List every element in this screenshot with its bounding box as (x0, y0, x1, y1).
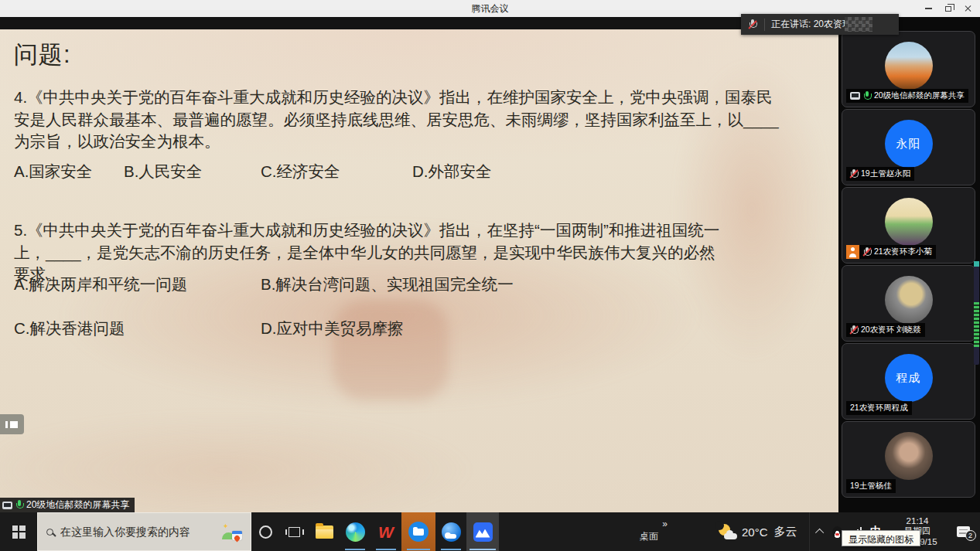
participant-tile[interactable]: 20级地信郝燚的屏幕共享 (842, 31, 975, 107)
taskbar-app-active[interactable] (466, 512, 499, 551)
divider (764, 19, 765, 31)
screen-share-icon (2, 502, 12, 509)
start-button[interactable] (0, 512, 37, 551)
avatar: 程成 (885, 354, 933, 402)
speaking-indicator-banner: 正在讲话: 20农资环李朴; (741, 14, 899, 35)
taskbar-app-edge[interactable] (340, 512, 370, 551)
task-view-icon (289, 527, 300, 537)
running-indicator (441, 549, 461, 550)
notification-badge: 2 (965, 530, 976, 541)
cortana-button[interactable] (251, 512, 280, 551)
windows-start-icon (12, 525, 26, 539)
share-source-label: 20级地信郝燚的屏幕共享 (26, 498, 129, 512)
participant-name: 21农资环周程成 (850, 403, 908, 413)
taskbar-app-q-browser[interactable] (435, 512, 466, 551)
close-button[interactable] (958, 0, 978, 17)
option-d: D.外部安全 (412, 161, 492, 182)
taskbar-app-wps[interactable]: W (370, 512, 401, 551)
option-d: D.应对中美贸易摩擦 (261, 318, 514, 339)
participant-tile[interactable]: 程成 21农资环周程成 (842, 343, 975, 420)
sidebar-scrollbar[interactable] (974, 261, 979, 365)
search-input[interactable] (60, 525, 215, 538)
question-4-text: 4.《中共中央关于党的百年奋斗重大成就和历史经验的决议》指出，在维护国家安全上，… (14, 87, 781, 153)
mountain-app-icon (473, 522, 493, 542)
slide-heading: 问题: (14, 39, 71, 71)
q-browser-icon (442, 522, 461, 542)
mic-muted-icon (850, 169, 858, 179)
action-center-button[interactable]: 2 (946, 512, 980, 551)
clock-time: 21:14 (907, 516, 929, 527)
taskbar-app-attention[interactable] (401, 512, 435, 551)
desktop-label: 桌面 (640, 530, 658, 543)
option-c: C.经济安全 (261, 161, 412, 182)
question-4-options: A.国家安全 B.人民安全 C.经济安全 D.外部安全 (14, 161, 492, 182)
maximize-icon (945, 6, 951, 12)
windows-taskbar: ✦ W » 桌面 20°C 多云 (0, 512, 980, 551)
close-icon (965, 5, 972, 12)
weather-condition: 多云 (773, 525, 797, 539)
participant-tile[interactable]: 19土管杨佳 (842, 421, 975, 498)
weather-temperature: 20°C (742, 525, 768, 539)
person-badge-icon (846, 245, 859, 259)
participant-tile[interactable]: 21农资环李小菊 (842, 187, 975, 264)
wps-icon: W (378, 524, 394, 540)
blurred-name-patch (845, 17, 872, 32)
option-a: A.解决两岸和平统一问题 (14, 274, 261, 295)
avatar (885, 198, 933, 246)
minimize-icon (925, 8, 932, 9)
mic-muted-icon (749, 19, 756, 29)
taskbar-weather[interactable]: 20°C 多云 (703, 512, 810, 551)
file-explorer-icon (316, 525, 333, 539)
blue-folder-app-icon (408, 522, 429, 542)
shared-slide: 问题: 4.《中共中央关于党的百年奋斗重大成就和历史经验的决议》指出，在维护国家… (0, 29, 838, 512)
participant-name: 21农资环李小菊 (874, 247, 932, 257)
cortana-icon (259, 525, 272, 539)
restore-button[interactable] (938, 0, 958, 17)
tray-tooltip: 显示隐藏的图标 (842, 530, 920, 546)
taskbar-search[interactable]: ✦ (37, 512, 251, 551)
option-a: A.国家安全 (14, 161, 124, 182)
annotation-list-icon (5, 421, 24, 428)
participant-name: 19土管赵永阳 (861, 168, 910, 179)
screen-share-area: 问题: 4.《中共中央关于党的百年奋斗重大成就和历史经验的决议》指出，在维护国家… (0, 17, 838, 512)
question-5-options: A.解决两岸和平统一问题 B.解决台湾问题、实现祖国完全统一 C.解决香港问题 … (14, 274, 514, 339)
annotation-toolbar-toggle[interactable] (0, 414, 24, 434)
action-center-icon: 2 (957, 526, 970, 537)
task-view-button[interactable] (280, 512, 309, 551)
option-b: B.人民安全 (124, 161, 261, 182)
search-highlights-icon[interactable]: ✦ (222, 523, 242, 540)
participant-name: 20级地信郝燚的屏幕共享 (874, 90, 965, 101)
avatar: 永阳 (885, 120, 933, 168)
option-b: B.解决台湾问题、实现祖国完全统一 (261, 274, 514, 295)
tray-chevron-icon[interactable] (815, 529, 824, 537)
running-indicator (376, 549, 396, 550)
participant-name: 20农资环 刘晓燚 (861, 325, 921, 335)
screen-share-icon (850, 92, 860, 100)
running-indicator (407, 549, 430, 550)
share-source-pill: 20级地信郝燚的屏幕共享 (0, 498, 135, 512)
option-c: C.解决香港问题 (14, 318, 261, 339)
taskbar-app-file-explorer[interactable] (309, 512, 340, 551)
desktop-toolbar[interactable]: » 桌面 (640, 512, 658, 551)
minimize-button[interactable] (918, 0, 938, 17)
mic-on-icon (15, 500, 23, 510)
mic-on-icon (863, 91, 871, 101)
mic-muted-icon (850, 325, 858, 335)
audio-level-indicator (974, 302, 979, 347)
running-indicator (470, 549, 496, 550)
participants-sidebar: 20级地信郝燚的屏幕共享 永阳 19土管赵永阳 21农资环李小菊 20 (838, 17, 980, 512)
avatar (885, 42, 933, 90)
participant-tile[interactable]: 永阳 19土管赵永阳 (842, 109, 975, 185)
participant-name: 19土管杨佳 (850, 481, 892, 491)
participant-tile[interactable]: 20农资环 刘晓燚 (842, 265, 975, 342)
desktop-chevron[interactable]: » (662, 519, 668, 529)
running-indicator (345, 549, 365, 550)
mic-muted-icon (863, 247, 871, 257)
moon-cloud-weather-icon (715, 524, 736, 539)
edge-icon (346, 522, 365, 542)
avatar (885, 432, 933, 480)
search-icon (46, 529, 53, 536)
avatar (885, 276, 933, 324)
